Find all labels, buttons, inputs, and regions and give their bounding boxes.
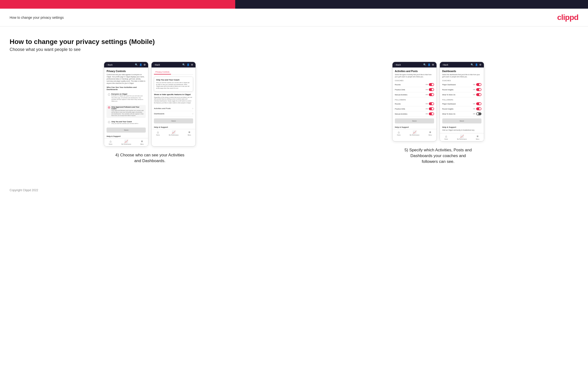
search-icon-1[interactable]: 🔍 <box>135 63 138 66</box>
nav-menu-2[interactable]: ≡ Menu <box>188 130 191 136</box>
header-title: How to change your privacy settings <box>10 16 64 19</box>
nav-performance-3[interactable]: 📈 My Performance <box>410 130 419 136</box>
toggle-round-insights-coaches: Round Insights ON <box>442 87 482 92</box>
search-icon-2[interactable]: 🔍 <box>182 63 185 66</box>
nav-menu-1[interactable]: ≡ Menu <box>140 140 144 145</box>
performance-label-1: My Performance <box>121 143 131 145</box>
toggle-what-to-work-coaches: What To Work On ON <box>442 92 482 97</box>
practice-coaches-toggle[interactable] <box>429 88 434 91</box>
settings-icon-1[interactable]: ⚙ <box>144 63 146 66</box>
help-support-desc-4: Visit our Clippd community to troublesho… <box>442 129 482 131</box>
toggle-manual-followers: Manual Activities ON <box>395 111 434 117</box>
what-to-work-followers-toggle[interactable] <box>476 112 482 115</box>
menu-icon-3: ≡ <box>429 130 431 134</box>
nav-home-3[interactable]: ⌂ Home <box>397 130 401 136</box>
who-can-see-subtitle: Who Can See Your Activities and Dashboar… <box>106 86 146 91</box>
manual-followers-toggle[interactable] <box>429 112 434 115</box>
caption-5: 5) Specify which Activities, Posts and D… <box>402 147 474 164</box>
save-button-1[interactable]: Save <box>106 127 146 133</box>
tab-bar-2: Privacy Controls <box>154 70 193 75</box>
rounds-coaches-label: Rounds <box>395 84 401 85</box>
rounds-followers-label: Rounds <box>395 103 401 105</box>
phone-screen-4: ‹ Back 🔍 👤 ⚙ Dashboards Select the dashb… <box>440 62 484 142</box>
back-button-1[interactable]: ‹ Back <box>106 64 112 66</box>
radio-approved[interactable]: Only Approved Followers and Your Coach O… <box>106 105 146 118</box>
save-button-3[interactable]: Save <box>395 118 434 124</box>
menu-label-1: Menu <box>140 143 144 145</box>
round-insights-followers-toggle[interactable] <box>476 107 482 110</box>
phone-body-2: Privacy Controls Only You and Your Coach… <box>152 67 196 129</box>
search-icon-3[interactable]: 🔍 <box>423 63 426 66</box>
bottom-nav-1: ⌂ Home 📈 My Performance ≡ Menu <box>104 138 148 146</box>
arrow-right-dashboards: › <box>192 112 193 115</box>
profile-icon-2[interactable]: 👤 <box>187 63 190 66</box>
performance-label-3: My Performance <box>410 134 419 136</box>
what-to-work-coaches-label: What To Work On <box>442 94 456 96</box>
radio-circle-everyone <box>108 93 110 96</box>
settings-icon-3[interactable]: ⚙ <box>432 63 434 66</box>
practice-coaches-label: Practice Drills <box>395 89 405 91</box>
nav-menu-4[interactable]: ≡ Menu <box>476 134 479 140</box>
settings-icon-4[interactable]: ⚙ <box>479 63 482 66</box>
back-button-4[interactable]: ‹ Back <box>442 64 448 66</box>
nav-performance-1[interactable]: 📈 My Performance <box>121 140 131 145</box>
player-dashboard-followers-toggle[interactable] <box>476 102 482 105</box>
back-button-2[interactable]: ‹ Back <box>154 64 160 66</box>
rounds-coaches-toggle[interactable] <box>429 83 434 86</box>
list-item-dashboards[interactable]: Dashboards › <box>154 111 193 117</box>
performance-icon-2: 📈 <box>172 130 176 134</box>
followers-label-4: FOLLOWERS <box>442 99 482 101</box>
radio-only-you[interactable]: Only You and Your Coach Only you and the… <box>106 120 146 126</box>
dashboards-desc: Select the dashboards that you'd like to… <box>442 74 482 78</box>
activities-posts-label: Activities and Posts <box>154 107 171 109</box>
dashboards-label: Dashboards <box>154 113 164 115</box>
nav-menu-3[interactable]: ≡ Menu <box>429 130 432 136</box>
search-icon-4[interactable]: 🔍 <box>471 63 474 66</box>
activities-posts-desc: Select the types of activity that you'd … <box>395 74 434 78</box>
nav-bar-2: ‹ Back 🔍 👤 ⚙ <box>152 62 196 67</box>
nav-home-4[interactable]: ⌂ Home <box>444 134 448 140</box>
round-insights-coaches-toggle[interactable] <box>476 88 482 91</box>
screenshots-row: ‹ Back 🔍 👤 ⚙ Privacy Controls Control ho… <box>10 62 578 165</box>
list-item-activities[interactable]: Activities and Posts › <box>154 106 193 111</box>
home-label-1: Home <box>109 143 112 145</box>
phone-body-4: Dashboards Select the dashboards that yo… <box>440 67 484 131</box>
nav-home-2[interactable]: ⌂ Home <box>156 130 160 136</box>
profile-icon-1[interactable]: 👤 <box>139 63 142 66</box>
home-icon-2: ⌂ <box>157 130 159 134</box>
toggle-manual-coaches: Manual Activities ON <box>395 92 434 97</box>
player-dashboard-coaches-toggle[interactable] <box>476 83 482 86</box>
rounds-followers-toggle[interactable] <box>429 102 434 105</box>
phones-group-5: ‹ Back 🔍 👤 ⚙ Activities and Posts Select… <box>392 62 484 142</box>
toggle-practice-followers: Practice Drills ON <box>395 106 434 111</box>
back-button-3[interactable]: ‹ Back <box>395 64 401 66</box>
popup-title-2: Only You and Your Coach <box>156 79 191 81</box>
home-icon-3: ⌂ <box>398 130 400 134</box>
help-support-2: Help & Support <box>154 125 193 129</box>
practice-followers-toggle[interactable] <box>429 107 434 110</box>
nav-performance-4[interactable]: 📈 My Performance <box>457 134 467 140</box>
manual-coaches-toggle[interactable] <box>429 93 434 96</box>
coaches-label-4: COACHES <box>442 80 482 81</box>
player-dashboard-coaches-label: Player Dashboard <box>442 84 456 85</box>
arrow-right-activities: › <box>192 107 193 110</box>
toggle-rounds-coaches: Rounds ON <box>395 82 434 87</box>
nav-home-1[interactable]: ⌂ Home <box>109 140 112 145</box>
save-button-2[interactable]: Save <box>154 118 193 124</box>
tab-privacy-controls[interactable]: Privacy Controls <box>154 70 171 75</box>
radio-everyone[interactable]: Everyone on Clippd Everyone on Clippd ca… <box>106 92 146 103</box>
settings-icon-2[interactable]: ⚙ <box>191 63 193 66</box>
profile-icon-3[interactable]: 👤 <box>428 63 431 66</box>
profile-icon-4[interactable]: 👤 <box>475 63 478 66</box>
menu-icon-1: ≡ <box>141 140 143 143</box>
toggle-player-coaches: Player Dashboard ON <box>442 82 482 87</box>
save-button-4[interactable]: Save <box>442 118 482 124</box>
nav-performance-2[interactable]: 📈 My Performance <box>169 130 178 136</box>
performance-icon-1: 📈 <box>124 140 128 143</box>
main-content: How to change your privacy settings (Mob… <box>0 26 588 174</box>
what-to-work-coaches-toggle[interactable] <box>476 93 482 96</box>
nav-bar-1: ‹ Back 🔍 👤 ⚙ <box>104 62 148 67</box>
player-dashboard-followers-label: Player Dashboard <box>442 103 456 105</box>
toggle-rounds-followers: Rounds ON <box>395 101 434 106</box>
help-support-4: Help & Support <box>442 125 482 129</box>
